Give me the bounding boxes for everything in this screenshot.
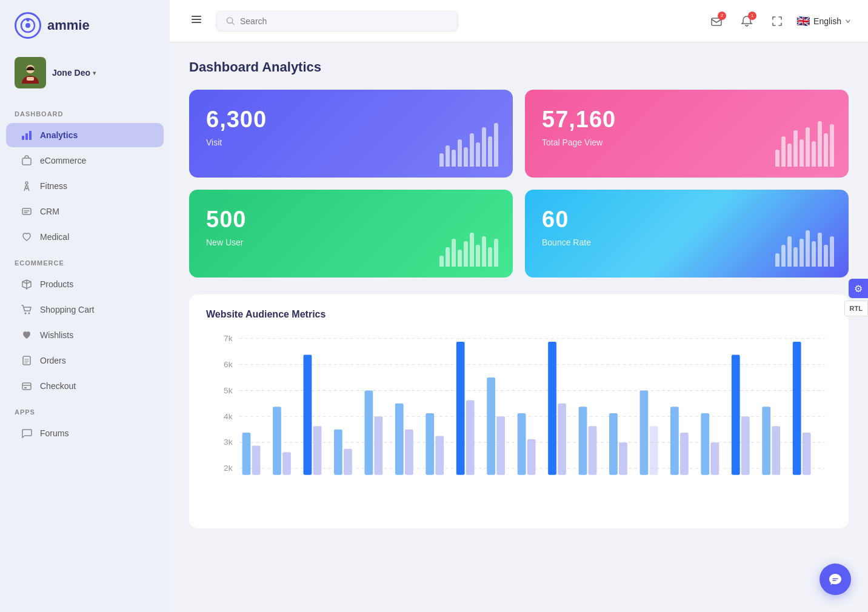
svg-point-12 [25,313,27,314]
logo-text: ammie [47,18,90,33]
stat-visit-chart [439,123,498,167]
search-input[interactable] [240,16,448,26]
sidebar: ammie Jone Deo ▾ Dashboard [0,0,170,612]
shopping-cart-icon [21,304,33,316]
user-profile[interactable]: Jone Deo ▾ [0,51,170,101]
stat-card-visit: 6,300 Visit [189,90,513,178]
sidebar-item-wishlists-label: Wishlists [40,330,73,340]
svg-rect-34 [282,452,291,475]
logo-icon [15,12,41,39]
page-title: Dashboard Analytics [189,59,849,75]
avatar [15,57,46,88]
sidebar-item-crm-label: CRM [40,207,59,216]
svg-rect-49 [518,413,526,475]
stat-newuser-number: 500 [206,207,496,233]
svg-rect-5 [27,77,34,81]
fab-button[interactable] [820,564,851,595]
chevron-down-icon: ▾ [93,70,96,76]
stat-card-newuser: 500 New User [189,190,513,278]
mail-badge: 2 [718,12,726,20]
sidebar-item-fitness-label: Fitness [40,181,67,191]
sidebar-item-fitness[interactable]: Fitness [6,174,164,198]
mail-button[interactable]: 2 [706,10,727,32]
sidebar-section-dashboard: Dashboard [0,101,170,122]
svg-rect-11 [22,208,31,215]
stat-bounce-chart [775,230,834,267]
svg-point-13 [28,313,30,314]
sidebar-item-forums-label: Forums [40,428,68,438]
sidebar-item-products[interactable]: Products [6,272,164,296]
svg-rect-16 [24,387,27,388]
sidebar-section-apps: Apps [0,399,170,421]
svg-rect-51 [548,342,556,475]
svg-text:4k: 4k [224,412,233,421]
sidebar-item-products-label: Products [40,279,73,289]
sidebar-item-wishlists[interactable]: Wishlists [6,323,164,347]
svg-rect-8 [29,131,32,140]
stat-newuser-chart [439,233,498,267]
fullscreen-button[interactable] [766,10,788,32]
sidebar-item-medical[interactable]: Medical [6,225,164,249]
svg-rect-52 [558,404,566,475]
medical-icon [21,231,33,243]
rtl-button[interactable]: RTL [844,301,868,316]
sidebar-item-analytics[interactable]: Analytics [6,123,164,147]
svg-rect-43 [426,413,434,475]
sidebar-item-ecommerce-label: eCommerce [40,156,86,165]
svg-rect-41 [395,404,404,475]
svg-rect-31 [242,433,251,475]
lang-chevron-icon [845,18,851,24]
svg-rect-35 [304,355,312,475]
user-name: Jone Deo ▾ [52,68,96,78]
stat-bounce-number: 60 [542,207,832,233]
brand-logo: ammie [0,0,170,51]
orders-icon [21,354,33,367]
content-area: Dashboard Analytics 6,300 Visit [170,42,868,612]
svg-rect-6 [22,136,24,140]
stat-card-pageview: 57,160 Total Page View [525,90,849,178]
sidebar-item-checkout-label: Checkout [40,381,76,391]
svg-rect-55 [609,413,618,475]
flag-icon: 🇬🇧 [796,15,810,28]
svg-rect-60 [680,433,689,475]
svg-rect-47 [487,378,495,475]
chart-section: Website Audience Metrics 7k 6k 5k 4k 3k … [189,294,849,528]
svg-rect-46 [466,401,475,475]
sidebar-item-crm[interactable]: CRM [6,199,164,224]
bar-chart: 7k 6k 5k 4k 3k 2k [206,332,832,514]
svg-rect-68 [803,433,811,475]
sidebar-item-shopping-cart-label: Shopping Cart [40,305,95,314]
svg-text:2k: 2k [224,464,233,473]
notification-badge: 1 [748,12,756,20]
language-selector[interactable]: 🇬🇧 English [796,15,851,28]
sidebar-section-ecommerce: eCommerce [0,250,170,271]
sidebar-item-medical-label: Medical [40,232,69,242]
svg-rect-61 [701,413,709,475]
sidebar-item-orders-label: Orders [40,356,66,365]
svg-rect-44 [435,436,444,474]
svg-rect-40 [374,416,382,474]
svg-rect-58 [650,426,658,474]
svg-rect-42 [405,430,413,475]
analytics-icon [21,129,33,141]
svg-rect-57 [640,390,649,474]
fitness-icon [21,180,33,192]
svg-rect-59 [670,407,679,475]
stat-card-bounce: 60 Bounce Rate [525,190,849,278]
sidebar-item-ecommerce[interactable]: eCommerce [6,148,164,173]
sidebar-item-checkout[interactable]: Checkout [6,374,164,398]
menu-button[interactable] [187,10,206,32]
settings-button[interactable]: ⚙ [849,279,868,298]
svg-rect-32 [252,446,261,475]
sidebar-item-forums[interactable]: Forums [6,421,164,445]
chart-area: 7k 6k 5k 4k 3k 2k [206,332,832,514]
svg-rect-39 [364,390,373,474]
sidebar-item-shopping-cart[interactable]: Shopping Cart [6,298,164,322]
svg-rect-14 [23,356,30,365]
notification-button[interactable]: 1 [736,10,758,32]
sidebar-item-orders[interactable]: Orders [6,348,164,373]
svg-rect-33 [273,407,281,475]
header-actions: 2 1 🇬🇧 English [706,10,851,32]
checkout-icon [21,380,33,392]
svg-text:6k: 6k [224,360,233,368]
